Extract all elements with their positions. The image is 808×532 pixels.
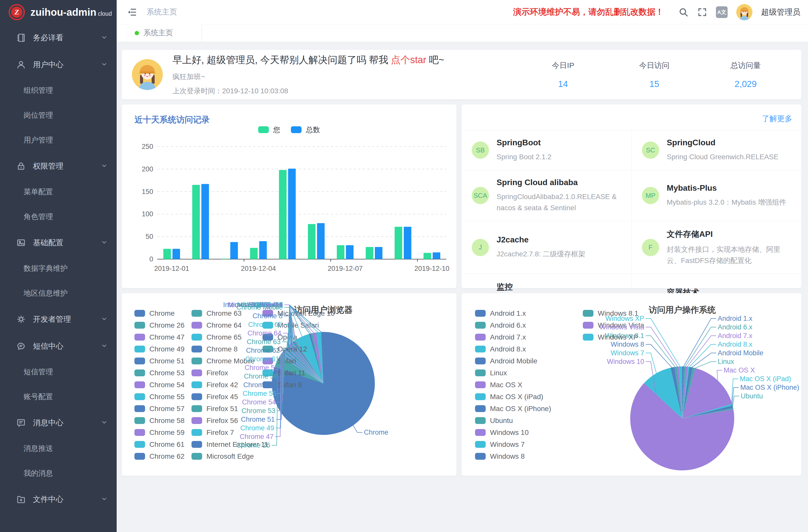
svg-text:Chrome 59: Chrome 59: [244, 364, 278, 371]
legend-item[interactable]: 您: [258, 124, 280, 136]
tech-avatar: SB: [472, 142, 489, 159]
sidebar-subitem[interactable]: 消息推送: [0, 436, 117, 461]
svg-text:Chrome 58: Chrome 58: [244, 372, 278, 380]
sidebar-item-notebook[interactable]: 务必详看: [0, 24, 117, 51]
username[interactable]: 超级管理员: [761, 7, 801, 18]
svg-text:Android 1.x: Android 1.x: [718, 315, 752, 322]
sidebar-subitem[interactable]: 角色管理: [0, 204, 117, 229]
tech-item: SBSpringBootSpring Boot 2.1.2: [462, 130, 631, 170]
tech-body: SpringCloudSpring Cloud Greenwich.RELEAS…: [667, 138, 778, 162]
search-icon[interactable]: [678, 7, 688, 17]
legend-label: 您: [273, 125, 280, 135]
learn-more-link[interactable]: 了解更多: [762, 114, 792, 123]
sidebar-item-user[interactable]: 用户中心: [0, 51, 117, 78]
tech-item: JJ2cacheJ2cache2.7.8: 二级缓存框架: [462, 221, 631, 274]
tech-body: SpringBootSpring Boot 2.1.2: [497, 138, 551, 162]
svg-text:50: 50: [146, 233, 153, 240]
logo-icon: Z: [8, 4, 25, 20]
sidebar-item-label: 权限管理: [33, 161, 100, 171]
fullscreen-icon[interactable]: [697, 7, 707, 17]
stat-block: 今日访问15: [609, 60, 700, 89]
svg-text:200: 200: [142, 165, 153, 173]
tech-body: Spring Cloud alibabaSpringCloudAlibaba2.…: [497, 178, 624, 213]
browser-pie-card: 访问用户浏览器 ChromeChrome 26Chrome 47Chrome 4…: [122, 293, 457, 476]
svg-text:Windows 8: Windows 8: [611, 341, 644, 348]
sidebar-item-label: 短信中心: [33, 341, 100, 351]
svg-text:Chrome 53: Chrome 53: [241, 407, 275, 415]
svg-text:Chrome 63: Chrome 63: [247, 338, 281, 346]
sidebar-subitem[interactable]: 菜单配置: [0, 180, 117, 204]
svg-text:Windows XP: Windows XP: [605, 315, 644, 322]
sidebar-item-picture[interactable]: 基础配置: [0, 229, 117, 256]
svg-text:Ubuntu: Ubuntu: [741, 392, 763, 400]
svg-text:100: 100: [142, 210, 153, 218]
breadcrumb[interactable]: 系统主页: [147, 7, 177, 17]
sidebar-item-message[interactable]: 消息中心: [0, 409, 117, 436]
sidebar-item-folder-plus[interactable]: 文件中心: [0, 486, 117, 513]
greeting-avatar: [132, 59, 163, 90]
sidebar-item-label: 开发者管理: [33, 314, 100, 325]
svg-text:Windows 7: Windows 7: [611, 349, 644, 357]
user-avatar[interactable]: [736, 4, 752, 20]
legend-item[interactable]: 总数: [291, 124, 320, 136]
sidebar-subitem[interactable]: 短信管理: [0, 360, 117, 384]
chevron-down-icon: [100, 315, 108, 324]
sidebar-item-lock[interactable]: 权限管理: [0, 153, 117, 180]
sidebar-subitem[interactable]: 数据字典维护: [0, 256, 117, 281]
sidebar-item-label: 务必详看: [33, 33, 100, 43]
sidebar-item-label: 文件中心: [33, 494, 100, 505]
svg-text:Chrome Mobile: Chrome Mobile: [236, 304, 283, 311]
tech-avatar: SCA: [472, 187, 489, 204]
greeting-subtitle: 疯狂加班~: [172, 72, 444, 82]
tech-title: Spring Cloud alibaba: [497, 178, 624, 187]
sidebar-subitem[interactable]: 地区信息维护: [0, 281, 117, 306]
app-root: Z zuihou-admincloud 务必详看用户中心组织管理岗位管理用户管理…: [0, 0, 808, 532]
svg-text:Chrome 49: Chrome 49: [240, 424, 274, 432]
svg-text:Chrome 54: Chrome 54: [242, 398, 276, 406]
sidebar: Z zuihou-admincloud 务必详看用户中心组织管理岗位管理用户管理…: [0, 0, 117, 532]
user-icon: [16, 60, 26, 70]
sidebar-subitem[interactable]: 组织管理: [0, 78, 117, 103]
tab-home[interactable]: 系统主页: [127, 24, 202, 42]
tech-avatar: MP: [642, 187, 659, 204]
tech-avatar: SC: [642, 142, 659, 159]
svg-text:150: 150: [142, 188, 153, 196]
svg-text:2019-12-01: 2019-12-01: [154, 265, 189, 272]
svg-text:Android 8.x: Android 8.x: [718, 341, 752, 348]
tab-bar: 系统主页: [117, 24, 808, 42]
stat-value: 14: [517, 79, 609, 89]
svg-text:Chrome 62: Chrome 62: [246, 347, 280, 354]
svg-text:Android 6.x: Android 6.x: [718, 323, 752, 331]
chevron-down-icon: [100, 495, 108, 503]
svg-text:Windows 10: Windows 10: [607, 358, 644, 365]
sidebar-item-chat[interactable]: 短信中心: [0, 333, 117, 360]
legend-swatch: [258, 126, 269, 133]
tech-title: 文件存储API: [667, 229, 794, 240]
tech-item: MPMybatis-PlusMybatis-plus 3.2.0：Mybatis…: [631, 170, 802, 221]
tech-item: F文件存储API封装文件接口，实现本地存储、阿里云、FastDFS存储的配置化: [631, 221, 802, 274]
app-logo[interactable]: Z zuihou-admincloud: [0, 0, 117, 24]
sidebar-item-label: 消息中心: [33, 418, 100, 428]
last-login: 上次登录时间：2019-12-10 10:03:08: [172, 86, 444, 96]
tech-avatar: J: [472, 239, 489, 256]
sidebar-item-gear[interactable]: 开发者管理: [0, 306, 117, 333]
sidebar-subitem[interactable]: 我的消息: [0, 461, 117, 486]
tech-body: Mybatis-PlusMybatis-plus 3.2.0：Mybatis 增…: [667, 183, 786, 208]
picture-icon: [16, 238, 26, 247]
svg-text:Windows Vista: Windows Vista: [599, 323, 644, 331]
os-pie-card: 访问用户操作系统 Android 1.xAndroid 6.xAndroid 7…: [462, 293, 802, 476]
language-toggle[interactable]: A文: [716, 6, 728, 18]
tech-desc: 封装文件接口，实现本地存储、阿里云、FastDFS存储的配置化: [667, 244, 794, 266]
stat-block: 今日IP14: [517, 60, 609, 89]
collapse-menu-icon[interactable]: [127, 7, 137, 17]
sidebar-subitem[interactable]: 用户管理: [0, 128, 117, 153]
sidebar-subitem[interactable]: 岗位管理: [0, 103, 117, 128]
tech-item: SCSpringCloudSpring Cloud Greenwich.RELE…: [631, 130, 802, 170]
svg-text:2019-12-10: 2019-12-10: [415, 265, 449, 272]
pie-labels-svg: ChromeSafari 9Safari 11SafariOpera 12Ope…: [122, 293, 457, 476]
tech-desc: Spring Boot 2.1.2: [497, 151, 551, 162]
sidebar-subitem[interactable]: 账号配置: [0, 384, 117, 409]
tech-desc: SpringCloudAlibaba2.1.0.RELEASE & nacos …: [497, 191, 624, 213]
stat-value: 2,029: [700, 79, 791, 89]
star-link[interactable]: 点个star: [391, 55, 426, 65]
